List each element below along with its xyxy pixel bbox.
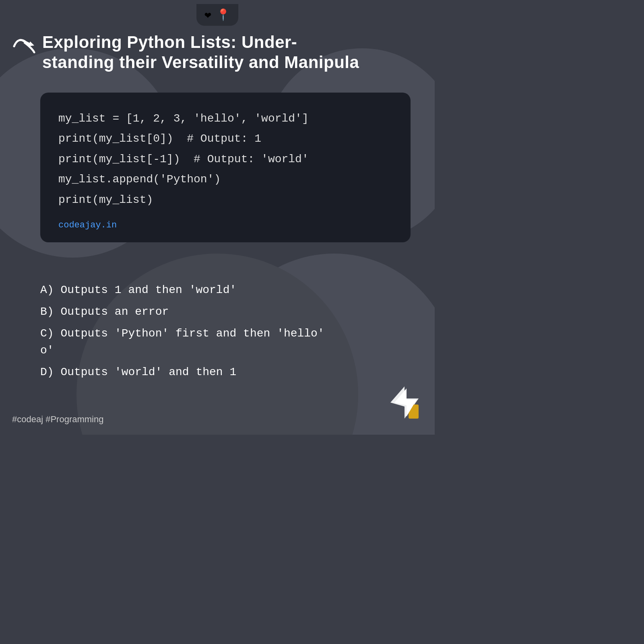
page-title: Exploring Python Lists: Under- standing … [42,32,359,73]
hashtags: #codeaj #Programming [12,414,103,425]
logo-area [386,384,423,423]
code-line-3: print(my_list[-1]) # Output: 'world' [58,149,392,169]
header: Exploring Python Lists: Under- standing … [12,32,423,73]
answer-a: A) Outputs 1 and then 'world' [40,282,386,299]
code-line-4: my_list.append('Python') [58,169,392,190]
code-block: my_list = [1, 2, 3, 'hello', 'world'] pr… [40,93,411,242]
arrow-icon [12,34,36,56]
code-website: codeajay.in [58,220,392,230]
answer-b: B) Outputs an error [40,303,386,320]
code-line-5: print(my_list) [58,190,392,210]
pin-icon: 📍 [216,8,230,22]
answer-c: C) Outputs 'Python' first and then 'hell… [40,325,386,359]
answers-section: A) Outputs 1 and then 'world' B) Outputs… [40,282,386,386]
answer-d: D) Outputs 'world' and then 1 [40,364,386,381]
code-line-1: my_list = [1, 2, 3, 'hello', 'world'] [58,109,392,129]
heart-icon: ❤️ [204,8,211,22]
code-line-2: print(my_list[0]) # Output: 1 [58,129,392,149]
top-icons-bar: ❤️ 📍 [196,4,238,26]
